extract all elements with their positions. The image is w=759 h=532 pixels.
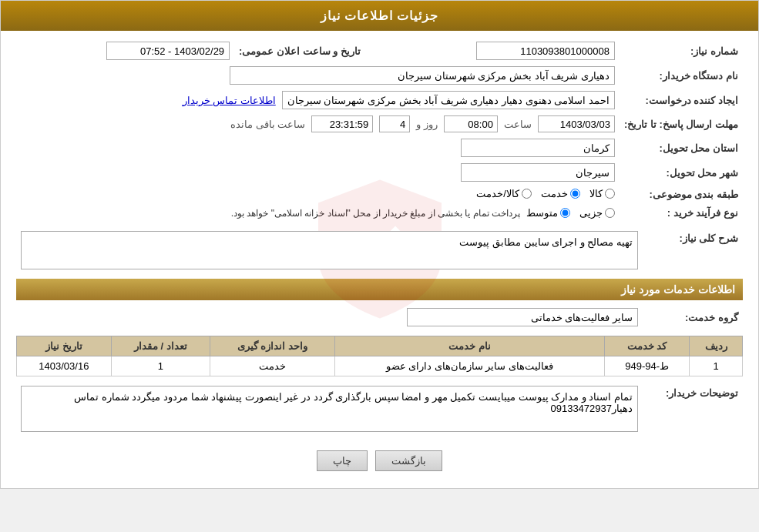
buyer-org-value: دهیاری شریف آباد بخش مرکزی شهرستان سیرجا… [230,66,615,85]
purchase-type-label: نوع فرآیند خرید : [620,204,743,222]
col-header-qty: تعداد / مقدار [111,336,210,356]
category-cell: کالا خدمت کالا/خدمت [16,185,620,204]
col-header-date: تاریخ نیاز [17,336,112,356]
purchase-type-cell: جزیی متوسط پرداخت تمام یا بخشی از مبلغ خ… [16,204,620,222]
announce-value: 1403/02/29 - 07:52 [106,42,230,60]
send-date-row: 1403/03/03 ساعت 08:00 روز و 4 23:31:59 س… [21,115,615,132]
need-number-value: 1103093801000008 [476,42,615,60]
purchase-type-radio-group: جزیی متوسط [526,207,615,219]
send-date-value: 1403/03/03 [538,115,615,132]
services-table: ردیف کد خدمت نام خدمت واحد اندازه گیری ت… [16,336,743,376]
col-header-name: نام خدمت [334,336,604,356]
row-name: فعالیت‌های سایر سازمان‌های دارای عضو [334,356,604,376]
creator-value: احمد اسلامی دهنوی دهیار دهیاری شریف آباد… [282,91,615,109]
creator-row: احمد اسلامی دهنوی دهیار دهیاری شریف آباد… [21,91,615,109]
city-label: شهر محل تحویل: [620,160,743,185]
category-radio-goods[interactable] [605,189,615,199]
page-title: جزئیات اطلاعات نیاز [321,9,439,22]
announce-label: تاریخ و ساعت اعلان عمومی: [234,38,376,63]
row-unit: خدمت [210,356,334,376]
page-header: جزئیات اطلاعات نیاز [1,1,758,31]
content-area: شماره نیاز: 1103093801000008 تاریخ و ساع… [1,31,758,488]
purchase-type-note: پرداخت تمام یا بخشی از مبلغ خریدار از مح… [231,208,520,219]
purchase-type-partial[interactable]: جزیی [579,207,615,219]
need-number-cell: 1103093801000008 [376,38,620,63]
announce-cell: 1403/02/29 - 07:52 [16,38,234,63]
category-goods-label: کالا [589,188,603,199]
description-section: شرح کلی نیاز: تهیه مصالح و اجرای سایبن م… [16,228,743,273]
row-quantity: 1 [111,356,210,376]
category-radio-both[interactable] [522,189,532,199]
need-number-label: شماره نیاز: [620,38,743,63]
notes-label: توضیحات خریدار: [643,383,743,435]
buyer-org-label: نام دستگاه خریدار: [620,63,743,88]
province-value: کرمان [461,139,615,157]
category-option-both[interactable]: کالا/خدمت [476,188,532,199]
info-section: شماره نیاز: 1103093801000008 تاریخ و ساع… [16,38,743,222]
notes-table: توضیحات خریدار: تمام اسناد و مدارک پیوست… [16,383,743,435]
category-radio-group: کالا خدمت کالا/خدمت [476,188,615,199]
table-row: 1 ط-94-949 فعالیت‌های سایر سازمان‌های دا… [17,356,743,376]
back-button[interactable]: بازگشت [375,450,442,471]
category-service-label: خدمت [541,188,568,199]
category-label: طبقه بندی موضوعی: [620,185,743,204]
send-time-label: ساعت [504,119,532,130]
notes-text: تمام اسناد و مدارک پیوست میبایست تکمیل م… [74,391,633,414]
button-bar: بازگشت چاپ [16,441,743,480]
description-table: شرح کلی نیاز: تهیه مصالح و اجرای سایبن م… [16,228,743,273]
notes-value: تمام اسناد و مدارک پیوست میبایست تکمیل م… [21,386,638,432]
category-both-label: کالا/خدمت [476,188,519,199]
send-days-value: 4 [379,115,410,132]
city-cell: سیرجان [16,160,620,185]
province-label: استان محل تحویل: [620,136,743,160]
page-wrapper: جزئیات اطلاعات نیاز شماره نیاز: 11030938… [0,0,759,489]
services-section-header: اطلاعات خدمات مورد نیاز [16,279,743,300]
send-days-label: روز و [416,119,438,130]
description-value-cell: تهیه مصالح و اجرای سایبن مطابق پیوست [16,228,643,273]
send-date-label: مهلت ارسال پاسخ: تا تاریخ: [620,112,743,136]
province-cell: کرمان [16,136,620,160]
purchase-type-radio-medium[interactable] [560,208,570,218]
purchase-type-partial-label: جزیی [579,207,603,219]
creator-cell: احمد اسلامی دهنوی دهیار دهیاری شریف آباد… [16,88,620,112]
row-number: 1 [690,356,743,376]
purchase-type-medium[interactable]: متوسط [526,207,570,219]
category-radio-service[interactable] [570,189,580,199]
description-value: تهیه مصالح و اجرای سایبن مطابق پیوست [21,231,638,269]
service-group-cell: سایر فعالیت‌های خدماتی [16,305,643,330]
print-button[interactable]: چاپ [317,450,368,471]
col-header-unit: واحد اندازه گیری [210,336,334,356]
send-time-value: 08:00 [444,115,498,132]
row-code: ط-94-949 [604,356,689,376]
description-label: شرح کلی نیاز: [643,228,743,273]
city-value: سیرجان [461,163,615,182]
remaining-value: 23:31:59 [311,115,373,132]
row-date: 1403/03/16 [17,356,112,376]
purchase-type-radio-partial[interactable] [605,208,615,218]
buyer-org-cell: دهیاری شریف آباد بخش مرکزی شهرستان سیرجا… [16,63,620,88]
notes-value-cell: تمام اسناد و مدارک پیوست میبایست تکمیل م… [16,383,643,435]
category-option-goods[interactable]: کالا [589,188,615,199]
category-option-service[interactable]: خدمت [541,188,580,199]
col-header-row: ردیف [690,336,743,356]
col-header-code: کد خدمت [604,336,689,356]
service-group-value: سایر فعالیت‌های خدماتی [407,308,638,326]
service-group-table: گروه خدمت: سایر فعالیت‌های خدماتی [16,305,743,330]
service-group-label: گروه خدمت: [643,305,743,330]
send-date-cell: 1403/03/03 ساعت 08:00 روز و 4 23:31:59 س… [16,112,620,136]
creator-label: ایجاد کننده درخواست: [620,88,743,112]
purchase-type-row: جزیی متوسط پرداخت تمام یا بخشی از مبلغ خ… [21,207,615,219]
contact-link[interactable]: اطلاعات تماس خریدار [183,95,276,106]
remaining-label: ساعت باقی مانده [230,119,305,130]
purchase-type-medium-label: متوسط [526,207,558,219]
